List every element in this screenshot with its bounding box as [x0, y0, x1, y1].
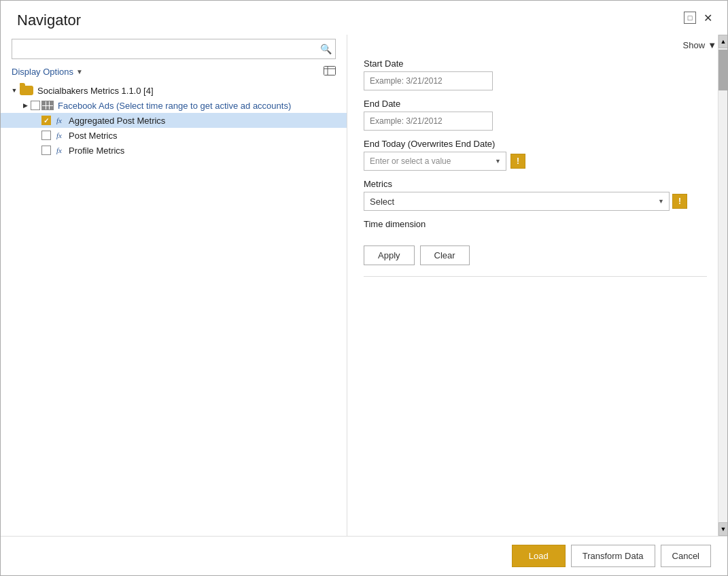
start-date-input[interactable] [364, 71, 493, 90]
scroll-down-button[interactable]: ▼ [718, 522, 727, 536]
close-button[interactable]: ✕ [701, 12, 714, 24]
cancel-button[interactable]: Cancel [661, 545, 711, 567]
show-button[interactable]: Show ▼ [683, 40, 716, 50]
end-date-label: End Date [364, 99, 707, 109]
tree-item-aggregated-post-metrics[interactable]: ▶ fx Aggregated Post Metrics [1, 113, 347, 128]
form-buttons-row: Apply Clear [364, 245, 707, 265]
search-input-wrap: 🔍 [12, 39, 336, 59]
window-title: Navigator [17, 12, 81, 29]
facebook-ads-toggle-icon[interactable]: ▶ [20, 100, 31, 111]
preview-icon-button[interactable] [324, 66, 336, 78]
svg-rect-0 [324, 67, 336, 75]
fx-icon-post: fx [52, 131, 66, 140]
metrics-section: Metrics Select ▼ ! [364, 179, 707, 211]
search-button[interactable]: 🔍 [316, 39, 335, 58]
title-bar: Navigator □ ✕ [1, 1, 727, 35]
navigator-window: Navigator □ ✕ 🔍 Display Options [0, 0, 728, 576]
search-icon: 🔍 [320, 44, 332, 54]
profile-metrics-label: Profile Metrics [69, 146, 124, 156]
tree-item-post-metrics[interactable]: ▶ fx Post Metrics [1, 128, 347, 143]
show-chevron-icon: ▼ [708, 40, 716, 50]
time-dimension-label: Time dimension [364, 219, 707, 229]
right-scrollable: Start Date End Date End Today (Overwrite… [347, 53, 727, 536]
right-scroll-track: ▲ ▼ [718, 53, 727, 536]
facebook-ads-checkbox[interactable] [31, 101, 40, 110]
left-panel: 🔍 Display Options ▼ [1, 35, 347, 536]
tree-area[interactable]: ▼ Socialbakers Metrics 1.1.0 [4] ▶ [1, 80, 347, 536]
minimize-button[interactable]: □ [684, 12, 696, 24]
time-dimension-section: Time dimension [364, 219, 707, 232]
start-date-section: Start Date [364, 58, 707, 90]
end-today-select[interactable]: Enter or select a value True False [364, 152, 506, 171]
metrics-dropdown-wrap: Select ▼ [364, 192, 670, 211]
chevron-down-icon: ▼ [76, 68, 83, 75]
display-options-button[interactable]: Display Options ▼ [12, 67, 83, 77]
apply-button[interactable]: Apply [364, 245, 415, 265]
tree-item-facebook-ads[interactable]: ▶ Facebook Ads (Select time range to get… [1, 98, 347, 113]
window-controls: □ ✕ [684, 12, 714, 24]
end-today-warning-icon[interactable]: ! [510, 154, 525, 169]
right-content-wrap: Start Date End Date End Today (Overwrite… [347, 53, 727, 536]
end-date-input[interactable] [364, 112, 493, 131]
aggregated-post-metrics-label: Aggregated Post Metrics [69, 116, 165, 126]
preview-icon [324, 67, 336, 78]
separator [364, 276, 707, 277]
display-options-bar: Display Options ▼ [1, 63, 347, 80]
fx-icon-aggregated: fx [52, 116, 66, 125]
post-metrics-checkbox[interactable] [41, 131, 51, 140]
post-metrics-label: Post Metrics [69, 131, 118, 141]
load-button[interactable]: Load [512, 545, 566, 567]
transform-data-button[interactable]: Transform Data [571, 545, 655, 567]
end-date-section: End Date [364, 99, 707, 131]
show-label: Show [683, 40, 706, 50]
right-panel: Show ▼ Start Date End Date [347, 35, 727, 536]
end-today-row: Enter or select a value True False ▼ ! [364, 152, 707, 171]
metrics-select[interactable]: Select [364, 192, 670, 211]
profile-metrics-checkbox[interactable] [41, 146, 51, 155]
aggregated-post-metrics-checkbox[interactable] [41, 116, 51, 125]
metrics-warning-icon[interactable]: ! [672, 194, 687, 209]
search-input[interactable] [12, 39, 335, 58]
main-content: 🔍 Display Options ▼ [1, 35, 727, 536]
end-today-select-wrap: Enter or select a value True False ▼ [364, 152, 506, 171]
root-toggle-icon[interactable]: ▼ [9, 85, 20, 96]
tree-root[interactable]: ▼ Socialbakers Metrics 1.1.0 [4] [1, 83, 347, 98]
metrics-label: Metrics [364, 179, 707, 189]
bottom-bar: Load Transform Data Cancel [1, 536, 727, 575]
end-today-label: End Today (Overwrites End Date) [364, 139, 707, 149]
table-icon [41, 101, 54, 110]
fx-icon-profile: fx [52, 146, 66, 155]
metrics-select-wrap: Select ▼ ! [364, 192, 707, 211]
search-bar: 🔍 [1, 35, 347, 63]
folder-icon [20, 86, 33, 95]
right-header: Show ▼ [347, 35, 727, 53]
tree-root-label: Socialbakers Metrics 1.1.0 [4] [37, 86, 154, 96]
tree-item-profile-metrics[interactable]: ▶ fx Profile Metrics [1, 143, 347, 158]
facebook-ads-label: Facebook Ads (Select time range to get a… [58, 101, 291, 111]
start-date-label: Start Date [364, 58, 707, 69]
end-today-section: End Today (Overwrites End Date) Enter or… [364, 139, 707, 171]
clear-button[interactable]: Clear [420, 245, 470, 265]
display-options-label: Display Options [12, 67, 73, 77]
scroll-thumb[interactable] [718, 53, 727, 90]
